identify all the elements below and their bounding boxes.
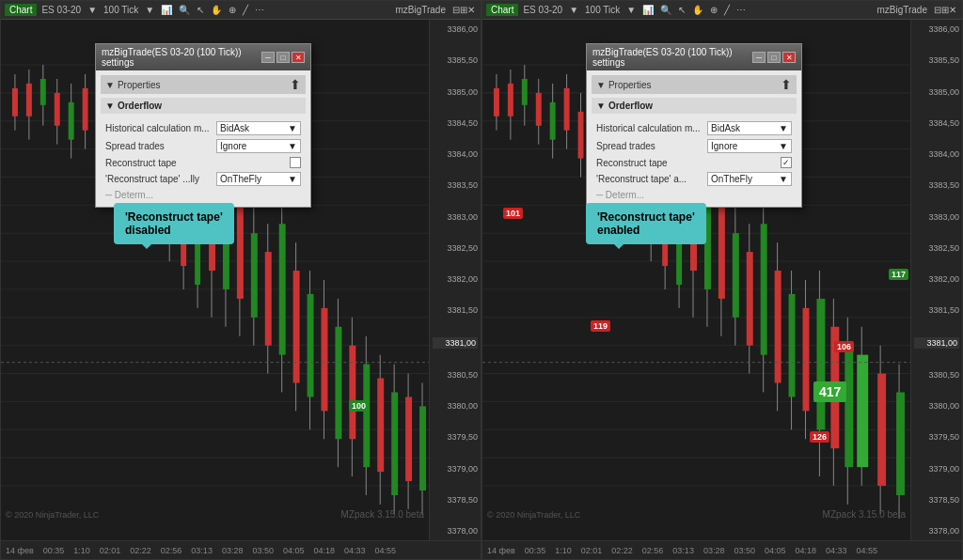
right-price-scale: 3386,00 3385,50 3385,00 3384,50 3384,00 … bbox=[910, 20, 962, 540]
left-label-partial: ─ Determ... bbox=[105, 190, 301, 200]
right-price-3382-50: 3382,50 bbox=[914, 243, 959, 253]
left-subsection-arrow: ▼ bbox=[105, 101, 115, 111]
svg-rect-136 bbox=[789, 294, 796, 397]
left-chart-label: Chart bbox=[5, 4, 37, 16]
left-checkbox-reconstruct[interactable] bbox=[290, 157, 301, 168]
right-settings-dialog: mzBigTrade(ES 03-20 (100 Tick)) settings… bbox=[586, 43, 802, 208]
svg-rect-57 bbox=[293, 271, 300, 382]
svg-rect-134 bbox=[775, 271, 781, 382]
left-instrument-label: mzBigTrade bbox=[393, 5, 448, 15]
right-search-icon[interactable]: 🔍 bbox=[658, 5, 673, 15]
svg-rect-138 bbox=[803, 308, 810, 412]
svg-rect-69 bbox=[377, 379, 384, 473]
left-dropdown-historical[interactable]: BidAsk ▼ bbox=[216, 121, 301, 135]
right-section-label: Properties bbox=[608, 80, 652, 90]
right-instrument-label: mzBigTrade bbox=[875, 5, 929, 15]
left-dropdown-historical-arrow: ▼ bbox=[288, 123, 297, 133]
right-dropdown-arrow[interactable]: ▼ bbox=[567, 5, 580, 15]
svg-rect-150 bbox=[896, 392, 905, 495]
price-3380-50: 3380,50 bbox=[433, 370, 478, 380]
price-3385-50: 3385,50 bbox=[433, 55, 478, 65]
right-line-icon[interactable]: ╱ bbox=[722, 5, 732, 15]
right-dialog-titlebar: mzBigTrade(ES 03-20 (100 Tick)) settings… bbox=[587, 44, 801, 70]
svg-rect-71 bbox=[391, 392, 398, 495]
left-dropdown-reconstruct-fly[interactable]: OnTheFly ▼ bbox=[216, 172, 301, 186]
right-label-reconstruct: Reconstruct tape bbox=[596, 158, 777, 168]
left-dialog-maximize[interactable]: □ bbox=[276, 52, 290, 63]
svg-rect-130 bbox=[747, 252, 753, 346]
right-more-icon[interactable]: ⋯ bbox=[734, 5, 748, 15]
left-dialog-minimize[interactable]: ─ bbox=[261, 52, 275, 63]
left-time-axis: 14 фев 00:35 1:10 02:01 02:22 02:56 03:1… bbox=[1, 540, 481, 559]
right-time-2: 1:10 bbox=[555, 546, 572, 555]
right-row-reconstruct-fly: 'Reconstruct tape' a... OnTheFly ▼ bbox=[592, 170, 797, 188]
right-dropdown-reconstruct-fly[interactable]: OnTheFly ▼ bbox=[707, 172, 792, 186]
left-instrument[interactable]: ES 03-20 bbox=[39, 5, 83, 15]
left-time-5: 02:56 bbox=[161, 546, 182, 555]
right-window-btns[interactable]: ⊟⊞✕ bbox=[932, 5, 958, 15]
right-price-3378: 3378,00 bbox=[914, 526, 959, 536]
right-dialog-close[interactable]: ✕ bbox=[782, 52, 796, 63]
left-time-2: 1:10 bbox=[73, 546, 90, 555]
right-time-6: 03:13 bbox=[672, 546, 694, 555]
right-cursor-icon[interactable]: ↖ bbox=[676, 5, 687, 15]
left-footer: © 2020 NinjaTrader, LLC bbox=[6, 510, 99, 520]
left-hand-icon[interactable]: ✋ bbox=[209, 5, 224, 15]
svg-rect-106 bbox=[578, 112, 584, 159]
right-tick-size[interactable]: 100 Tick bbox=[583, 5, 622, 15]
right-marker-106: 106 bbox=[834, 341, 854, 352]
svg-rect-21 bbox=[40, 79, 46, 105]
left-watermark: MZpack 3.15.0 beta bbox=[341, 509, 424, 520]
right-dropdown-spread[interactable]: Ignore ▼ bbox=[707, 139, 792, 153]
left-label-reconstruct: Reconstruct tape bbox=[105, 158, 286, 168]
left-nav-arrow[interactable]: ❯ bbox=[479, 272, 481, 288]
left-dropdown-spread[interactable]: Ignore ▼ bbox=[216, 139, 301, 153]
left-tooltip: 'Reconstruct tape'disabled bbox=[114, 203, 234, 244]
left-window-btns[interactable]: ⊟⊞✕ bbox=[450, 5, 477, 15]
right-dropdown-historical[interactable]: BidAsk ▼ bbox=[707, 121, 792, 135]
right-bar-icon[interactable]: 📊 bbox=[640, 5, 655, 15]
right-checkbox-reconstruct[interactable] bbox=[781, 157, 792, 168]
right-dialog-maximize[interactable]: □ bbox=[767, 52, 781, 63]
left-cursor-icon[interactable]: ↖ bbox=[195, 5, 206, 15]
right-dropdown-arrow2[interactable]: ▼ bbox=[624, 5, 638, 15]
price-3384: 3384,00 bbox=[433, 149, 478, 159]
left-line-icon[interactable]: ╱ bbox=[241, 5, 250, 15]
left-dialog-title: mzBigTrade(ES 03-20 (100 Tick)) settings bbox=[102, 47, 261, 68]
left-dropdown-arrow[interactable]: ▼ bbox=[86, 5, 99, 15]
left-settings-dialog: mzBigTrade(ES 03-20 (100 Tick)) settings… bbox=[95, 43, 311, 208]
left-zoom-icon[interactable]: ⊕ bbox=[227, 5, 238, 15]
left-tick-size[interactable]: 100 Tick bbox=[102, 5, 140, 15]
right-subsection-label: Orderflow bbox=[608, 101, 653, 111]
right-dialog-title: mzBigTrade(ES 03-20 (100 Tick)) settings bbox=[592, 47, 752, 68]
svg-rect-132 bbox=[761, 224, 767, 354]
left-section-label: Properties bbox=[118, 80, 161, 90]
right-hand-icon[interactable]: ✋ bbox=[690, 5, 705, 15]
right-instrument[interactable]: ES 03-20 bbox=[521, 5, 564, 15]
left-section-scroll[interactable]: ⬆ bbox=[290, 77, 301, 92]
svg-rect-27 bbox=[83, 88, 88, 131]
left-bar-icon[interactable]: 📊 bbox=[159, 5, 174, 15]
svg-rect-104 bbox=[564, 88, 570, 131]
right-price-3385: 3385,00 bbox=[914, 87, 959, 97]
left-dialog-titlebar: mzBigTrade(ES 03-20 (100 Tick)) settings… bbox=[96, 44, 310, 70]
left-time-0: 14 фев bbox=[6, 546, 34, 555]
right-time-7: 03:28 bbox=[703, 546, 725, 555]
right-dropdown-fly-arrow: ▼ bbox=[779, 174, 788, 184]
right-chart-label: Chart bbox=[486, 4, 518, 16]
right-nav-arrow[interactable]: ❯ bbox=[960, 272, 962, 288]
price-3379-50: 3379,50 bbox=[433, 432, 478, 442]
right-dialog-minimize[interactable]: ─ bbox=[752, 52, 766, 63]
right-label-reconstruct-fly: 'Reconstruct tape' a... bbox=[596, 174, 703, 184]
left-dropdown-spread-value: Ignore bbox=[220, 141, 246, 151]
right-zoom-icon[interactable]: ⊕ bbox=[708, 5, 719, 15]
svg-rect-146 bbox=[857, 355, 868, 467]
right-section-scroll[interactable]: ⬆ bbox=[781, 77, 792, 92]
right-label-historical: Historical calculation m... bbox=[596, 123, 703, 133]
right-footer: © 2020 NinjaTrader, LLC bbox=[487, 510, 580, 520]
left-dropdown-arrow2[interactable]: ▼ bbox=[143, 5, 156, 15]
right-price-3381-50: 3381,50 bbox=[914, 305, 959, 315]
left-dialog-close[interactable]: ✕ bbox=[292, 52, 305, 63]
left-search-icon[interactable]: 🔍 bbox=[177, 5, 192, 15]
left-more-icon[interactable]: ⋯ bbox=[253, 5, 266, 15]
